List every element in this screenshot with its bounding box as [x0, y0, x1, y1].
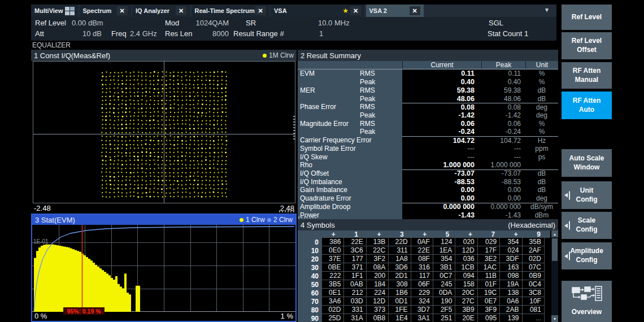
- setting-value-freq[interactable]: 2.4 GHz: [130, 29, 157, 38]
- setting-value-mod[interactable]: 1024QAM: [195, 19, 229, 27]
- result-unit: %: [525, 119, 558, 128]
- symbol-cell: 308: [388, 280, 411, 289]
- setting-value-sr[interactable]: 10.0 MHz: [318, 19, 350, 27]
- stat-evm-panel-header[interactable]: 3 Stat(EVM) 1 Clrw 2 Clrw: [32, 215, 295, 225]
- horizontal-splitter-grip-left[interactable]: [279, 210, 296, 212]
- result-peak-value: 0.000 000: [481, 203, 525, 211]
- setting-value-res-len[interactable]: 8000: [212, 29, 229, 38]
- symbol-cell: 0DA: [433, 288, 455, 297]
- stat-evm-panel: 3 Stat(EVM) 1 Clrw 2 Clrw 1E-01 95%: 0.1…: [31, 214, 297, 322]
- result-current-value: ---: [402, 153, 481, 161]
- softkey-auto-scale-window[interactable]: Auto ScaleWindow: [562, 149, 612, 177]
- result-row-label: Phase Error: [298, 103, 360, 111]
- tab-iq-analyzer[interactable]: IQ Analyzer✕: [132, 5, 190, 17]
- symbol-cell: 22C: [366, 246, 389, 255]
- setting-value-ref-level[interactable]: 0.00 dBm: [72, 19, 103, 27]
- symbol-cell: 371: [343, 263, 366, 272]
- tab-overflow-dropdown-icon[interactable]: ▼: [544, 7, 550, 13]
- constellation-panel-header[interactable]: 1 Const I/Q(Meas&Ref) 1M Clrw: [31, 50, 297, 61]
- tab-close-icon[interactable]: ✕: [255, 6, 266, 15]
- horizontal-splitter-grip-right[interactable]: [298, 216, 317, 219]
- result-unit: deg: [525, 194, 558, 203]
- symbol-cell: 0B8: [366, 314, 389, 322]
- softkey-label-line: Scale: [578, 216, 595, 225]
- symbol-cell: 324: [411, 297, 433, 306]
- softkey-amplitude-config[interactable]: AmplitudeConfig: [562, 242, 612, 269]
- channel-tab-bar: MultiViewSpectrum✕IQ Analyzer✕Real-Time …: [31, 5, 556, 17]
- vertical-splitter-grip[interactable]: [293, 116, 295, 141]
- tab-label: Real-Time Spectrum: [195, 7, 255, 14]
- result-summary-header-row: Current Peak Unit: [298, 61, 558, 69]
- symbol-cell: 212: [343, 288, 366, 297]
- symbol-cell: 095: [477, 314, 500, 322]
- symbol-cell: 029: [477, 237, 500, 246]
- setting-label-mod: Mod: [165, 19, 179, 27]
- stat-x-min-label: 0 %: [34, 312, 47, 320]
- result-summary-panel-header[interactable]: 2 Result Summary: [298, 50, 558, 61]
- scrollbar-thumb[interactable]: [552, 238, 558, 261]
- result-current-value: -1.42: [402, 111, 481, 120]
- symbol-cell: 354: [433, 254, 455, 263]
- softkey-unit-config[interactable]: UnitConfig: [562, 181, 612, 209]
- result-summary-panel: 2 Result Summary Current Peak Unit EVMRM…: [298, 50, 558, 219]
- scroll-up-icon[interactable]: ▲: [551, 230, 558, 237]
- symbols-row-label: 50: [298, 280, 322, 289]
- softkey-rf-atten-manual[interactable]: RF AttenManual: [562, 62, 612, 89]
- result-unit: dB: [525, 170, 558, 178]
- softkey-rf-atten-auto[interactable]: RF AttenAuto: [562, 92, 612, 119]
- scroll-down-icon[interactable]: ▼: [551, 315, 558, 322]
- softkey-label-line: Ref Level: [572, 13, 602, 22]
- result-current-value: 59.38: [402, 86, 481, 94]
- result-summary-table: Current Peak Unit EVMRMS0.110.11%Peak0.4…: [298, 61, 558, 219]
- result-current-value: 0.40: [402, 78, 481, 86]
- result-row-label: [298, 111, 360, 120]
- stat-x-max-label: 1 %: [281, 312, 293, 320]
- setting-value-att[interactable]: 10 dB: [82, 29, 102, 38]
- submenu-arrow-icon: [564, 221, 570, 230]
- result-row: Phase ErrorRMS0.080.08deg: [298, 103, 558, 111]
- result-peak-value: -1.42: [481, 111, 525, 120]
- result-unit: dBm: [525, 211, 558, 219]
- tab-vsa[interactable]: VSA★✕: [271, 5, 364, 17]
- tab-close-icon[interactable]: ✕: [176, 6, 186, 15]
- result-row: I/Q Imbalance-88.53-88.53dB: [298, 177, 558, 186]
- trace1-legend-dot: [263, 54, 267, 58]
- symbol-cell: 3F2: [366, 254, 389, 263]
- tab-close-icon[interactable]: ✕: [350, 6, 361, 15]
- column-header-peak: Peak: [481, 61, 525, 69]
- overview-flowchart-icon: [571, 286, 603, 304]
- tab-vsa-2[interactable]: VSA 2✕: [366, 5, 424, 17]
- result-peak-value: 0.40: [481, 78, 525, 86]
- symbol-cell: 10F: [522, 297, 545, 306]
- result-current-value: 1.000 000: [402, 161, 481, 169]
- softkey-scale-config[interactable]: ScaleConfig: [562, 212, 612, 239]
- symbols-row: 2037E1773F21A808F3540363E23DF02D: [298, 255, 550, 263]
- tab-spectrum[interactable]: Spectrum✕: [80, 5, 131, 17]
- symbol-cell: 35B: [522, 237, 545, 246]
- softkey-label-line: Config: [576, 225, 598, 234]
- softkey-ref-level[interactable]: Ref Level: [562, 5, 612, 30]
- setting-value-result-range-[interactable]: 1: [319, 29, 323, 38]
- symbol-cell: 20C: [455, 288, 477, 297]
- symbols-row: 503B50AB18430806F24515801F19A0C4: [298, 280, 550, 289]
- tab-real-time-spectrum[interactable]: Real-Time Spectrum✕: [192, 5, 269, 17]
- symbol-cell: 311: [388, 246, 411, 255]
- result-current-value: 104.72: [402, 137, 481, 145]
- symbol-cell: 3DF: [499, 254, 522, 263]
- symbol-cell: 19A: [499, 280, 522, 289]
- result-current-value: 0.11: [402, 69, 481, 78]
- result-current-value: -0.24: [402, 128, 481, 136]
- result-row: Rho1.000 0001.000 000: [298, 161, 558, 169]
- result-row: MERRMS59.3859.38dB: [298, 86, 558, 94]
- symbols-row: 600E12122241B62290DA20C19C1383C8: [298, 289, 550, 297]
- tab-close-icon[interactable]: ✕: [117, 6, 128, 15]
- symbols-row-label: 30: [298, 263, 322, 272]
- symbols-panel-header[interactable]: 4 Symbols (Hexadecimal): [298, 219, 558, 230]
- softkey-overview[interactable]: Overview: [562, 281, 612, 322]
- tab-close-icon[interactable]: ✕: [410, 6, 420, 15]
- symbols-scrollbar[interactable]: ▲ ▼: [551, 230, 558, 322]
- symbol-cell: 2D1: [388, 271, 411, 280]
- constellation-canvas: [33, 62, 295, 203]
- tab-multiview[interactable]: MultiView: [31, 5, 78, 17]
- softkey-ref-level-offset[interactable]: Ref LevelOffset: [562, 32, 612, 59]
